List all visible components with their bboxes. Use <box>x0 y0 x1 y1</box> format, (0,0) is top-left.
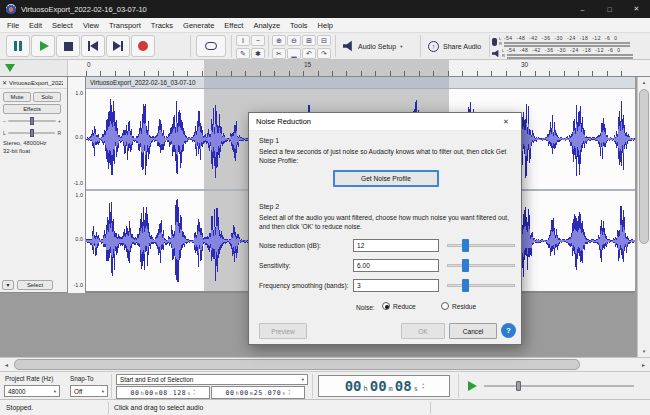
undo-button[interactable]: ↶ <box>302 48 316 59</box>
get-noise-profile-button[interactable]: Get Noise Profile <box>333 170 439 187</box>
menu-select[interactable]: Select <box>47 18 78 33</box>
redo-button[interactable]: ↷ <box>317 48 331 59</box>
menu-tracks[interactable]: Tracks <box>146 18 178 33</box>
zoom-project-button[interactable]: ⊟ <box>317 35 331 46</box>
play-speed-thumb[interactable] <box>516 381 521 391</box>
scroll-left-icon[interactable]: ◂ <box>0 359 13 371</box>
zoom-in-button[interactable]: ⊕ <box>272 35 286 46</box>
selection-end-field[interactable]: 00h00m25.070s ▴▾ <box>211 386 305 399</box>
menu-file[interactable]: File <box>2 18 24 33</box>
play-button[interactable] <box>31 35 55 57</box>
solo-button[interactable]: Solo <box>33 92 61 102</box>
big-time-display[interactable]: 00h00m08s ▴▾ <box>318 375 450 397</box>
sensitivity-input[interactable] <box>353 259 439 272</box>
pan-slider-thumb[interactable] <box>30 129 34 137</box>
track-close-button[interactable]: ✕ <box>0 79 9 86</box>
record-button[interactable] <box>131 35 155 57</box>
scroll-right-icon[interactable]: ▸ <box>637 359 650 371</box>
play-at-speed-button[interactable] <box>468 381 477 391</box>
spin-down-icon[interactable]: ▾ <box>422 386 424 390</box>
collapse-button[interactable]: ▾ <box>2 280 14 290</box>
vertical-scrollbar[interactable]: ▴ ▾ <box>637 77 650 357</box>
selection-tool-button[interactable]: I <box>236 35 250 46</box>
recording-meter[interactable]: LR -54 -48 -42 -36 -30 -24 -18 -12 -6 0 <box>492 36 644 47</box>
maximize-icon: □ <box>607 6 611 13</box>
pan-left-label: L <box>3 130 6 136</box>
select-button[interactable]: Select <box>17 280 53 290</box>
scroll-up-icon[interactable]: ▴ <box>638 77 650 88</box>
menu-tools[interactable]: Tools <box>285 18 313 33</box>
ok-button[interactable]: OK <box>401 323 445 339</box>
draw-tool-button[interactable]: ✎ <box>236 48 250 59</box>
menu-transport[interactable]: Transport <box>104 18 146 33</box>
multi-tool-button[interactable]: ✱ <box>251 48 265 59</box>
pause-button[interactable] <box>6 35 30 57</box>
pan-slider[interactable]: L R <box>3 128 61 138</box>
silence-button[interactable]: ▁ <box>287 48 301 59</box>
selection-start-field[interactable]: 00h00m08.128s ▴▾ <box>116 386 210 399</box>
slider-thumb[interactable] <box>462 259 469 272</box>
envelope-tool-button[interactable]: ~ <box>251 35 265 46</box>
project-rate-select[interactable]: 48000 ▾ <box>4 385 60 397</box>
playhead-marker-icon[interactable] <box>5 64 15 72</box>
seconds-digits: 08 <box>394 378 413 394</box>
share-audio-button[interactable]: ↑ Share Audio <box>424 35 485 57</box>
horizontal-scrollbar-thumb[interactable] <box>14 359 580 370</box>
share-audio-icon: ↑ <box>428 41 439 52</box>
skip-to-start-button[interactable] <box>81 35 105 57</box>
playback-meter[interactable]: LR -54 -48 -42 -36 -30 -24 -18 -12 -6 0 <box>492 48 644 59</box>
noise-reduction-slider[interactable] <box>447 239 515 252</box>
cancel-button[interactable]: Cancel <box>449 323 497 339</box>
preview-button[interactable]: Preview <box>259 323 307 339</box>
residue-radio[interactable]: Residue <box>441 302 476 310</box>
share-arrow-icon: ↑ <box>432 43 436 50</box>
vertical-scale[interactable]: 1.0 0.0 -1.0 1.0 0.0 -1.0 <box>68 77 86 293</box>
stop-button[interactable] <box>56 35 80 57</box>
skip-to-end-button[interactable] <box>106 35 130 57</box>
dialog-close-button[interactable]: ✕ <box>491 113 521 131</box>
spin-down-icon[interactable]: ▾ <box>288 393 290 397</box>
timeline-ruler[interactable]: 0 15 30 <box>0 60 650 77</box>
snap-to-value: Off <box>74 388 82 395</box>
noise-reduction-input[interactable] <box>353 239 439 252</box>
trim-button[interactable]: ✂ <box>272 48 286 59</box>
menu-view[interactable]: View <box>78 18 104 33</box>
frequency-smoothing-input[interactable] <box>353 279 439 292</box>
toolbar-divider <box>335 35 336 57</box>
effects-button[interactable]: Effects <box>3 104 61 114</box>
sensitivity-slider[interactable] <box>447 259 515 272</box>
slider-thumb[interactable] <box>462 279 469 292</box>
scroll-down-icon[interactable]: ▾ <box>638 346 650 357</box>
dialog-titlebar[interactable]: Noise Reduction ✕ <box>249 113 521 131</box>
loop-button[interactable] <box>196 35 226 57</box>
track-name[interactable]: VirtuosoExport_2022-02-16_03-07-10 <box>9 80 63 86</box>
slider-thumb[interactable] <box>462 239 469 252</box>
menu-analyze[interactable]: Analyze <box>248 18 285 33</box>
zoom-selection-button[interactable]: ⊞ <box>302 35 316 46</box>
vertical-scrollbar-thumb[interactable] <box>639 89 649 244</box>
audio-setup-button[interactable]: Audio Setup ▾ <box>339 35 406 57</box>
menu-edit[interactable]: Edit <box>24 18 47 33</box>
snap-to-select[interactable]: Off ▾ <box>70 385 108 397</box>
gain-slider[interactable]: − + <box>3 116 61 126</box>
menu-help[interactable]: Help <box>313 18 338 33</box>
audacity-window: VirtuosoExport_2022-02-16_03-07-10 – □ ✕… <box>0 0 650 415</box>
minimize-button[interactable]: – <box>569 0 596 18</box>
help-button[interactable]: ? <box>501 323 516 338</box>
mute-button[interactable]: Mute <box>3 92 31 102</box>
selection-mode-select[interactable]: Start and End of Selection ▾ <box>116 374 308 385</box>
frequency-smoothing-slider[interactable] <box>447 279 515 292</box>
clip-header[interactable]: VirtuosoExport_2022-02-16_03-07-10 <box>86 77 635 89</box>
menu-effect[interactable]: Effect <box>219 18 248 33</box>
maximize-button[interactable]: □ <box>596 0 623 18</box>
timeline-label: 30 <box>521 61 528 68</box>
close-button[interactable]: ✕ <box>623 0 650 18</box>
minutes-digits: 00 <box>145 389 154 397</box>
zoom-out-button[interactable]: ⊖ <box>287 35 301 46</box>
play-speed-slider[interactable] <box>484 381 634 391</box>
gain-slider-thumb[interactable] <box>30 117 34 125</box>
spin-down-icon[interactable]: ▾ <box>193 393 195 397</box>
reduce-radio[interactable]: Reduce <box>382 302 416 310</box>
menu-generate[interactable]: Generate <box>178 18 219 33</box>
horizontal-scrollbar[interactable]: ◂ ▸ <box>0 357 650 371</box>
